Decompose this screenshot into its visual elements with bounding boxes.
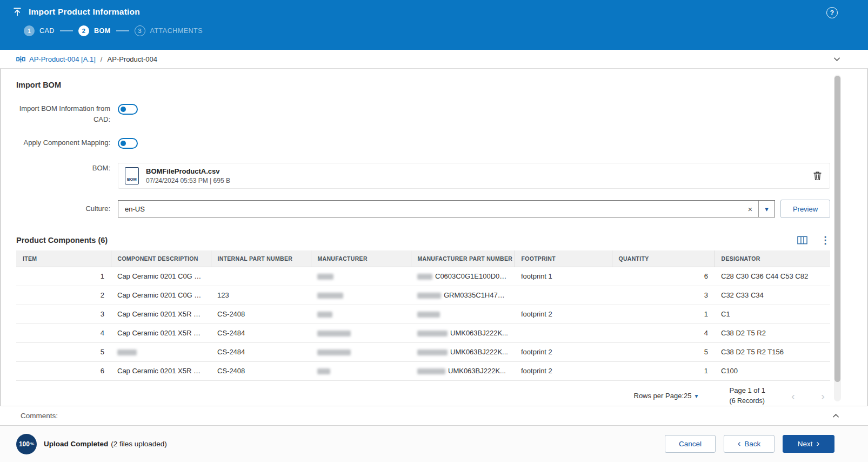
column-header-manufacturer-part-number[interactable]: MANUFACTURER PART NUMBER <box>411 250 515 267</box>
column-header-footprint[interactable]: FOOTPRINT <box>515 250 612 267</box>
culture-label: Culture: <box>16 203 118 214</box>
column-header-designator[interactable]: DESIGNATOR <box>715 250 830 267</box>
culture-value[interactable]: en-US <box>118 205 742 213</box>
comments-chevron-up-icon[interactable] <box>832 412 840 420</box>
bom-file-info: BOMFileProductA.csv 07/24/2024 05:53 PM … <box>146 167 230 184</box>
app-header: Import Product Information ? 1 CAD 2 BOM… <box>0 0 868 50</box>
upload-status-detail: (2 files uploaded) <box>111 440 167 448</box>
redacted-text <box>317 312 332 318</box>
bom-file-meta: 07/24/2024 05:53 PM | 695 B <box>146 177 230 184</box>
records-label: (6 Records) <box>730 396 766 406</box>
chevron-down-icon: ▾ <box>695 392 698 400</box>
culture-combobox[interactable]: en-US × ▾ <box>118 200 775 217</box>
chevron-down-icon[interactable]: ▾ <box>758 201 774 217</box>
step-connector <box>60 30 73 31</box>
chevron-right-icon: › <box>817 439 820 448</box>
step-bom-number: 2 <box>78 25 89 36</box>
breadcrumb-chevron-down-icon[interactable] <box>833 55 841 63</box>
redacted-text <box>317 331 351 336</box>
culture-row: Culture: en-US × ▾ Preview <box>16 200 830 218</box>
column-header-item[interactable]: ITEM <box>16 250 111 267</box>
breadcrumb-product-link[interactable]: AP-Product-004 [A.1] <box>29 55 96 63</box>
cancel-button[interactable]: Cancel <box>665 435 716 453</box>
table-row[interactable]: 2Cap Ceramic 0201 C0G 5% 5...123GRM0335C… <box>16 286 830 305</box>
column-header-manufacturer[interactable]: MANUFACTURER <box>311 250 411 267</box>
breadcrumb-separator: / <box>101 55 103 63</box>
vertical-scrollbar[interactable] <box>834 75 841 401</box>
redacted-text <box>417 293 441 299</box>
help-icon[interactable]: ? <box>826 7 838 18</box>
breadcrumb: AP-Product-004 [A.1] / AP-Product-004 <box>0 50 868 69</box>
comments-label: Comments: <box>21 412 58 420</box>
product-icon <box>16 55 25 63</box>
clear-icon[interactable]: × <box>742 204 758 214</box>
step-attachments-label: ATTACHMENTS <box>150 27 203 35</box>
bom-file-name: BOMFileProductA.csv <box>146 167 230 175</box>
scrollbar-thumb[interactable] <box>834 76 840 382</box>
next-button[interactable]: Next › <box>783 435 834 453</box>
rows-per-page-label: Rows per Page: <box>634 392 684 400</box>
step-connector <box>116 30 129 31</box>
product-components-title: Product Components (6) <box>16 236 108 245</box>
import-from-cad-row: Import BOM Information from CAD: <box>16 103 830 124</box>
step-attachments[interactable]: 3 ATTACHMENTS <box>135 25 203 36</box>
column-header-quantity[interactable]: QUANTITY <box>612 250 715 267</box>
preview-button[interactable]: Preview <box>780 200 830 218</box>
import-product-information-window: Import Product Information ? 1 CAD 2 BOM… <box>0 0 868 462</box>
footer: 100% Upload Completed(2 files uploaded) … <box>0 425 868 462</box>
stepper: 1 CAD 2 BOM 3 ATTACHMENTS <box>24 25 856 36</box>
import-upload-icon <box>12 6 23 17</box>
redacted-text <box>117 349 137 355</box>
next-button-label: Next <box>798 440 813 448</box>
redacted-text <box>317 368 330 374</box>
table-row[interactable]: 6Cap Ceramic 0201 X5R 10% ...CS-2408UMK0… <box>16 361 830 380</box>
pagination: Rows per Page:25 ▾ Page 1 of 1 (6 Record… <box>16 383 830 406</box>
rows-per-page-selector[interactable]: Rows per Page:25 ▾ <box>634 392 698 400</box>
comments-section[interactable]: Comments: <box>0 406 868 425</box>
import-from-cad-toggle[interactable] <box>118 104 138 115</box>
apply-component-mapping-toggle[interactable] <box>118 138 138 149</box>
import-bom-section-title: Import BOM <box>16 81 830 89</box>
back-button-label: Back <box>744 440 760 448</box>
back-button[interactable]: ‹ Back <box>724 435 774 453</box>
apply-component-mapping-row: Apply Component Mapping: <box>16 137 830 149</box>
previous-page-icon[interactable]: ‹ <box>791 390 795 401</box>
column-settings-icon[interactable] <box>797 236 807 245</box>
product-components-header: Product Components (6) ⋮ <box>16 235 830 245</box>
main-content: Import BOM Import BOM Information from C… <box>0 69 868 406</box>
redacted-text <box>317 274 333 280</box>
page-info: Page 1 of 1 (6 Records) <box>730 386 766 406</box>
redacted-text <box>317 349 351 355</box>
help-glyph: ? <box>830 9 834 17</box>
column-header-internal-part-number[interactable]: INTERNAL PART NUMBER <box>211 250 311 267</box>
step-bom-label: BOM <box>94 27 111 35</box>
step-cad[interactable]: 1 CAD <box>24 25 55 36</box>
bom-file-icon-text: BOM <box>127 177 137 182</box>
bom-file-row: BOM: BOM BOMFileProductA.csv 07/24/2024 … <box>16 163 830 189</box>
redacted-text <box>417 331 448 336</box>
redacted-text <box>417 312 440 318</box>
progress-value: 100 <box>19 440 30 448</box>
column-header-component-description[interactable]: COMPONENT DESCRIPTION <box>111 250 211 267</box>
table-row[interactable]: 1Cap Ceramic 0201 C0G +/-0...C0603C0G1E1… <box>16 267 830 286</box>
table-row[interactable]: 4Cap Ceramic 0201 X5R 10% ...CS-2484UMK0… <box>16 324 830 342</box>
next-page-icon[interactable]: › <box>821 390 825 401</box>
step-cad-number: 1 <box>24 25 35 36</box>
table-row[interactable]: 5CS-2484UMK063BJ222K...footprint 25C38 D… <box>16 342 830 361</box>
components-table-body: 1Cap Ceramic 0201 C0G +/-0...C0603C0G1E1… <box>16 267 830 380</box>
components-table: ITEMCOMPONENT DESCRIPTIONINTERNAL PART N… <box>16 250 830 381</box>
redacted-text <box>417 349 448 355</box>
import-from-cad-label: Import BOM Information from CAD: <box>16 103 118 124</box>
redacted-text <box>417 368 445 374</box>
chevron-left-icon: ‹ <box>738 439 741 448</box>
more-options-kebab-icon[interactable]: ⋮ <box>820 235 830 245</box>
page-title: Import Product Information <box>29 7 140 17</box>
components-table-head-row: ITEMCOMPONENT DESCRIPTIONINTERNAL PART N… <box>16 250 830 267</box>
delete-file-trash-icon[interactable] <box>812 170 823 182</box>
table-row[interactable]: 3Cap Ceramic 0201 X5R 10% ...CS-2408foot… <box>16 305 830 324</box>
bom-file-card: BOM BOMFileProductA.csv 07/24/2024 05:53… <box>118 163 830 189</box>
redacted-text <box>417 274 432 280</box>
upload-status: Upload Completed(2 files uploaded) <box>44 440 167 448</box>
upload-status-bold: Upload Completed <box>44 440 108 448</box>
step-bom[interactable]: 2 BOM <box>78 25 111 36</box>
